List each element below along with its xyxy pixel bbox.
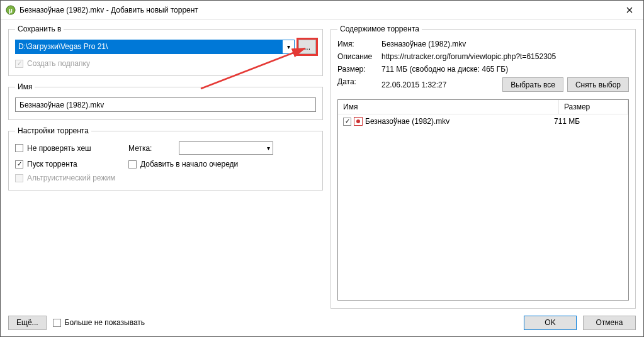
- browse-button[interactable]: ...: [298, 40, 316, 54]
- dialog-window: µ Безназоўнае (1982).mkv - Добавить новы…: [0, 0, 644, 337]
- altruistic-checkbox: [15, 174, 23, 182]
- info-date-label: Дата:: [337, 77, 381, 92]
- skip-hash-label: Не проверять хеш: [27, 144, 91, 153]
- file-name: Безназоўнае (1982).mkv: [365, 117, 449, 126]
- ellipsis-icon: ...: [304, 43, 310, 52]
- create-subfolder-label: Создать подпапку: [27, 59, 90, 68]
- svg-text:µ: µ: [9, 7, 13, 14]
- close-button[interactable]: [615, 1, 643, 19]
- col-name-header[interactable]: Имя: [338, 100, 559, 114]
- save-path-value: D:\Загрузки\Vegas Pro 21\: [16, 40, 283, 53]
- torrent-name-input[interactable]: [15, 97, 316, 112]
- content-area: Сохранить в D:\Загрузки\Vegas Pro 21\ ▾ …: [1, 19, 643, 309]
- info-desc-label: Описание: [337, 52, 381, 61]
- window-title: Безназоўнае (1982).mkv - Добавить новый …: [20, 6, 615, 14]
- start-torrent-label: Пуск торрента: [27, 160, 77, 168]
- more-button[interactable]: Ещё...: [8, 316, 47, 330]
- footer: Ещё... Больше не показывать OK Отмена: [1, 309, 643, 336]
- file-table: Имя Размер Безназоўнае (1982).mkv 711 МБ: [337, 99, 629, 301]
- name-group: Имя: [8, 82, 323, 120]
- save-path-dropdown[interactable]: D:\Загрузки\Vegas Pro 21\ ▾: [15, 40, 295, 54]
- titlebar: µ Безназоўнае (1982).mkv - Добавить новы…: [1, 1, 643, 19]
- contents-group: Содержимое торрента Имя: Безназоўнае (19…: [330, 25, 636, 309]
- label-dropdown[interactable]: ▾: [179, 141, 273, 155]
- cancel-button[interactable]: Отмена: [583, 316, 636, 330]
- dont-show-checkbox[interactable]: [53, 319, 61, 327]
- info-name-value: Безназоўнае (1982).mkv: [381, 40, 629, 48]
- col-size-header[interactable]: Размер: [559, 100, 628, 114]
- save-in-group: Сохранить в D:\Загрузки\Vegas Pro 21\ ▾ …: [8, 25, 323, 76]
- ok-button[interactable]: OK: [524, 316, 577, 330]
- skip-hash-checkbox[interactable]: [15, 144, 23, 152]
- info-date-value: 22.06.2015 1:32:27: [381, 80, 499, 89]
- add-top-checkbox[interactable]: [128, 160, 137, 168]
- save-in-legend: Сохранить в: [15, 25, 64, 33]
- select-all-button[interactable]: Выбрать все: [502, 77, 563, 92]
- left-column: Сохранить в D:\Загрузки\Vegas Pro 21\ ▾ …: [8, 25, 323, 309]
- settings-group: Настройки торрента Не проверять хеш Метк…: [8, 126, 323, 191]
- info-name-label: Имя:: [337, 40, 381, 48]
- video-file-icon: [354, 117, 363, 126]
- start-torrent-checkbox[interactable]: [15, 160, 23, 168]
- chevron-down-icon: ▾: [283, 40, 294, 53]
- dont-show-label: Больше не показывать: [65, 318, 145, 327]
- info-desc-value: https://rutracker.org/forum/viewtopic.ph…: [381, 52, 629, 61]
- table-row[interactable]: Безназоўнае (1982).mkv 711 МБ: [338, 114, 628, 128]
- settings-legend: Настройки торрента: [15, 126, 91, 135]
- file-table-body: Безназоўнае (1982).mkv 711 МБ: [338, 114, 628, 300]
- contents-legend: Содержимое торрента: [337, 25, 422, 33]
- altruistic-label: Альтруистический режим: [27, 174, 115, 182]
- label-label: Метка:: [128, 144, 179, 153]
- app-icon: µ: [6, 5, 16, 15]
- right-column: Содержимое торрента Имя: Безназоўнае (19…: [330, 25, 636, 309]
- file-size: 711 МБ: [554, 117, 623, 126]
- create-subfolder-checkbox: [15, 60, 23, 68]
- file-checkbox[interactable]: [343, 118, 351, 126]
- name-legend: Имя: [15, 82, 35, 91]
- info-size-label: Размер:: [337, 65, 381, 74]
- file-table-header: Имя Размер: [338, 100, 628, 114]
- deselect-all-button[interactable]: Снять выбор: [567, 77, 629, 92]
- info-size-value: 711 МБ (свободно на диске: 465 ГБ): [381, 65, 629, 74]
- add-top-label: Добавить в начало очереди: [140, 160, 238, 168]
